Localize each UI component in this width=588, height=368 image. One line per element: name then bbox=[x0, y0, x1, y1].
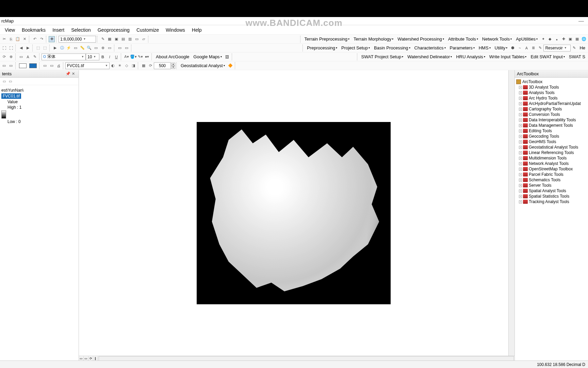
tool-icon-6[interactable]: ▦ bbox=[574, 36, 580, 42]
attribute-tools-menu[interactable]: Attribute Tools▾ bbox=[446, 35, 480, 43]
data-view-button[interactable]: ▭ bbox=[79, 356, 84, 361]
expand-icon[interactable]: + bbox=[519, 135, 522, 138]
text-icon[interactable]: A bbox=[25, 54, 31, 60]
pin-icon[interactable]: 📌 bbox=[66, 72, 70, 76]
contrast-icon[interactable]: ◐ bbox=[110, 63, 116, 69]
sort-icon[interactable]: ▭ bbox=[49, 63, 55, 69]
expand-icon[interactable]: + bbox=[519, 102, 522, 105]
underline-icon[interactable]: U bbox=[113, 54, 119, 60]
undo-icon[interactable]: ↶ bbox=[32, 36, 38, 42]
google-maps-menu[interactable]: Google Maps▾ bbox=[191, 53, 224, 61]
watershed-processing-menu[interactable]: Watershed Processing▾ bbox=[395, 35, 446, 43]
expand-icon[interactable]: + bbox=[519, 146, 522, 149]
pointer-icon[interactable]: ▶ bbox=[52, 45, 58, 51]
list-by-drawing-icon[interactable]: ▭ bbox=[1, 79, 7, 84]
brightness-icon[interactable]: ☀ bbox=[117, 63, 123, 69]
identify-icon[interactable]: ⓘ bbox=[59, 45, 65, 51]
reservoir-combo[interactable]: Reservoir ▼ bbox=[543, 45, 571, 51]
toolbox-item[interactable]: +Cartography Tools bbox=[516, 106, 587, 112]
select-icon[interactable]: ⬚ bbox=[35, 45, 41, 51]
expand-icon[interactable]: + bbox=[519, 195, 522, 198]
fixed-zoom-icon[interactable]: ⛶ bbox=[8, 45, 14, 51]
geostatistical-analyst-menu[interactable]: Geostatistical Analyst▾ bbox=[179, 62, 227, 70]
ungroup-icon[interactable]: ▭ bbox=[8, 63, 14, 69]
aputilities-menu[interactable]: ApUtilities▾ bbox=[514, 35, 540, 43]
swat-project-setup-menu[interactable]: SWAT Project Setup▾ bbox=[359, 53, 406, 61]
expand-icon[interactable]: + bbox=[519, 168, 522, 171]
menu-windows[interactable]: Windows bbox=[162, 26, 189, 34]
toolbox-item[interactable]: +Network Analyst Tools bbox=[516, 161, 587, 166]
toolbox-item[interactable]: +Geocoding Tools bbox=[516, 134, 587, 139]
network-tools-menu[interactable]: Network Tools▾ bbox=[480, 35, 514, 43]
expand-icon[interactable]: + bbox=[519, 200, 522, 203]
time-slider-icon[interactable]: ▭ bbox=[107, 45, 113, 51]
expand-icon[interactable]: + bbox=[519, 157, 522, 160]
swat-s-menu[interactable]: SWAT S bbox=[567, 53, 587, 61]
google-icon[interactable]: 🖼 bbox=[224, 54, 230, 60]
hru-analysis-menu[interactable]: HRU Analysis▾ bbox=[454, 53, 487, 61]
river-icon[interactable]: ~ bbox=[517, 45, 523, 51]
toolbox-item[interactable]: +Data Management Tools bbox=[516, 123, 587, 128]
toolbox-item[interactable]: +Spatial Statistics Tools bbox=[516, 194, 587, 199]
toolbox-item[interactable]: +Schematics Tools bbox=[516, 177, 587, 183]
terrain-preprocessing-menu[interactable]: Terrain Preprocessing▾ bbox=[303, 35, 352, 43]
size-combo[interactable]: 10 ▼ bbox=[86, 53, 99, 60]
toolbox-item[interactable]: +Data Interoperability Tools bbox=[516, 117, 587, 123]
tool-icon-2[interactable]: ◆ bbox=[547, 36, 553, 42]
refresh-icon[interactable]: ⟳ bbox=[147, 63, 153, 69]
hms-menu[interactable]: HMS▾ bbox=[477, 44, 493, 52]
tool-icon-1[interactable]: ✦ bbox=[540, 36, 546, 42]
tool-icon-3[interactable]: ⬥ bbox=[554, 36, 560, 42]
editor-icon[interactable]: ✎ bbox=[100, 36, 106, 42]
menu-geoprocessing[interactable]: Geoprocessing bbox=[94, 26, 133, 34]
flicker-rate-input[interactable] bbox=[154, 62, 171, 69]
toolbox-item[interactable]: +ArcHydroPartialTerrainUpdat bbox=[516, 101, 587, 106]
write-input-tables-menu[interactable]: Write Input Tables▾ bbox=[487, 53, 529, 61]
layer-path[interactable]: est\YunNan\ bbox=[1, 87, 77, 93]
paste-icon[interactable]: 📋 bbox=[15, 36, 21, 42]
toolbox-icon[interactable]: ▣ bbox=[113, 36, 119, 42]
wizard-icon[interactable]: 🔶 bbox=[227, 63, 233, 69]
fill-color-swatch[interactable] bbox=[29, 63, 37, 68]
toggle-icon[interactable]: ✎ bbox=[571, 45, 577, 51]
menu-bookmarks[interactable]: Bookmarks bbox=[18, 26, 49, 34]
toolbox-item[interactable]: +Conversion Tools bbox=[516, 112, 587, 117]
viewer-icon[interactable]: ▭ bbox=[117, 45, 123, 51]
minimize-button[interactable]: — bbox=[578, 18, 584, 24]
delete-icon[interactable]: ✕ bbox=[21, 36, 28, 42]
python-icon[interactable]: ▭ bbox=[134, 36, 140, 42]
menu-insert[interactable]: Insert bbox=[49, 26, 68, 34]
layer-name-selected[interactable]: FVC01.tif bbox=[1, 93, 21, 99]
watershed-delineator-menu[interactable]: Watershed Delineator▾ bbox=[405, 53, 454, 61]
profile-icon[interactable]: ✎ bbox=[537, 45, 543, 51]
fill-color-icon[interactable]: 🪣▾ bbox=[130, 54, 136, 60]
back-icon[interactable]: ◀ bbox=[18, 45, 24, 51]
refresh-view-button[interactable]: ⟳ bbox=[88, 356, 93, 361]
no-color-swatch[interactable] bbox=[19, 63, 27, 68]
find-icon[interactable]: 🔍 bbox=[86, 45, 92, 51]
basin-icon[interactable]: ⬢ bbox=[510, 45, 516, 51]
toolbox-item[interactable]: +GeoHMS Tools bbox=[516, 139, 587, 144]
toolbox-item[interactable]: +Multidimension Tools bbox=[516, 155, 587, 161]
toolbox-item[interactable]: +Server Tools bbox=[516, 183, 587, 188]
layout-view-button[interactable]: ▭ bbox=[84, 356, 88, 361]
group-icon[interactable]: ▭ bbox=[1, 63, 7, 69]
expand-icon[interactable]: + bbox=[519, 113, 522, 116]
edit-swat-input-menu[interactable]: Edit SWAT Input▾ bbox=[528, 53, 567, 61]
cut-icon[interactable]: ✂ bbox=[1, 36, 7, 42]
pause-button[interactable]: ‖ bbox=[93, 356, 98, 361]
full-extent-icon[interactable]: ⛶ bbox=[1, 45, 7, 51]
zoom-icon[interactable]: ⊕ bbox=[8, 54, 14, 60]
tool-icon-7[interactable]: 🌐 bbox=[581, 36, 587, 42]
expand-icon[interactable]: + bbox=[519, 151, 522, 154]
terrain-morphology-menu[interactable]: Terrain Morphology▾ bbox=[352, 35, 395, 43]
toolbox-item[interactable]: +Tracking Analyst Tools bbox=[516, 199, 587, 204]
toolbox-item[interactable]: +Geostatistical Analyst Tools bbox=[516, 144, 587, 150]
measure-icon[interactable]: 📏 bbox=[79, 45, 85, 51]
expand-icon[interactable]: + bbox=[519, 129, 522, 133]
expand-icon[interactable]: + bbox=[519, 86, 522, 89]
vertical-scrollbar[interactable] bbox=[508, 70, 514, 356]
font-combo[interactable]: O 宋体 ▼ bbox=[42, 53, 86, 60]
menu-selection[interactable]: Selection bbox=[68, 26, 94, 34]
expand-icon[interactable]: + bbox=[519, 162, 522, 165]
